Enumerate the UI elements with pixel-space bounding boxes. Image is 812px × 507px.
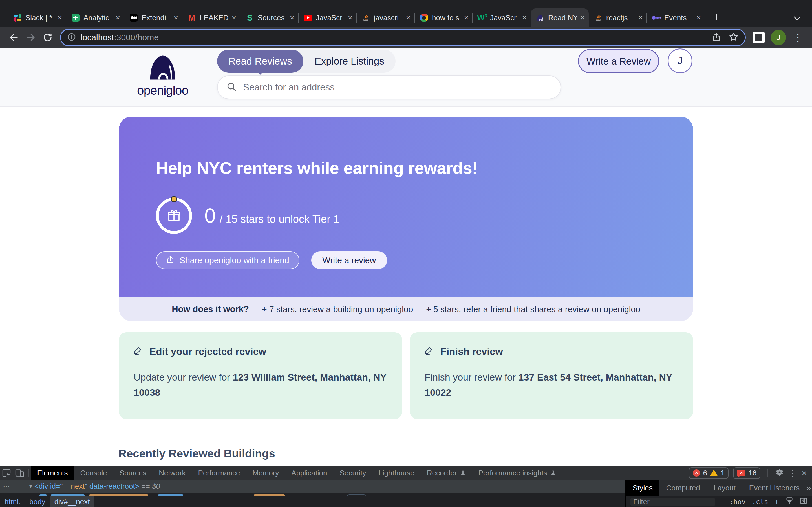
- forward-button[interactable]: [23, 30, 38, 45]
- styles-tab-computed[interactable]: Computed: [659, 480, 707, 496]
- devtools-tab-performance-insights[interactable]: Performance insights: [472, 466, 562, 480]
- bookmark-star-icon[interactable]: [728, 32, 739, 43]
- back-button[interactable]: [6, 30, 21, 45]
- devtools-tab-network[interactable]: Network: [153, 466, 192, 480]
- expand-arrow-icon[interactable]: ▾: [29, 483, 32, 490]
- devtools-tab-lighthouse[interactable]: Lighthouse: [372, 466, 420, 480]
- browser-tab-events[interactable]: Events ×: [647, 8, 705, 27]
- chevron-down-icon[interactable]: [794, 14, 801, 21]
- breadcrumb-body[interactable]: body: [25, 496, 50, 507]
- tab-strip: Slack | * × Analytic × Extendi × M LEAKE…: [0, 0, 812, 27]
- write-a-review-button[interactable]: Write a Review: [578, 49, 659, 73]
- tab-label: Read NY: [548, 13, 577, 22]
- tab-read-reviews[interactable]: Read Reviews: [217, 50, 303, 73]
- tab-label: reactjs: [606, 13, 635, 22]
- styles-tab-layout[interactable]: Layout: [707, 480, 742, 496]
- tab-close-icon[interactable]: ×: [696, 14, 701, 22]
- edit-rejected-review-card[interactable]: Edit your rejected review Update your re…: [119, 332, 402, 419]
- reload-button[interactable]: [40, 30, 55, 45]
- side-panel-icon[interactable]: [753, 32, 765, 43]
- class-toggle[interactable]: .cls: [752, 498, 768, 506]
- dom-selected-row[interactable]: ⋯ ▾<div id="__next" data-reactroot> == $…: [0, 480, 625, 493]
- dom-selector-hint: == $0: [139, 482, 160, 491]
- gift-icon: [166, 208, 182, 223]
- browser-profile-avatar[interactable]: J: [771, 30, 786, 45]
- how-it-works-strip: How does it work? + 7 stars: review a bu…: [119, 297, 693, 321]
- browser-tab-gmail[interactable]: M LEAKED ×: [182, 8, 240, 27]
- share-icon[interactable]: [712, 32, 721, 43]
- how-it-works-rule-1: + 7 stars: review a building on openiglo…: [262, 304, 413, 314]
- dom-breadcrumbs: html. body div#__next: [0, 496, 625, 507]
- browser-tab-medium[interactable]: Extendi ×: [124, 8, 182, 27]
- more-tabs-icon[interactable]: »: [806, 483, 812, 493]
- browser-menu-icon[interactable]: ⋮: [790, 32, 806, 43]
- address-bar[interactable]: localhost:3000/home: [61, 30, 745, 45]
- site-info-icon[interactable]: [67, 33, 76, 43]
- browser-tab-openigloo-active[interactable]: Read NY ×: [530, 8, 589, 27]
- sidebar-panel-icon[interactable]: [800, 497, 808, 507]
- devtools-menu-icon[interactable]: ⋮: [788, 468, 797, 477]
- devtools-tab-security[interactable]: Security: [334, 466, 372, 480]
- browser-tab-analytics[interactable]: Analytic ×: [66, 8, 124, 27]
- new-tab-button[interactable]: +: [708, 9, 725, 25]
- share-button-label: Share openigloo with a friend: [180, 256, 289, 265]
- devtools-tab-elements[interactable]: Elements: [31, 466, 74, 480]
- styles-tab-styles[interactable]: Styles: [626, 480, 659, 496]
- tab-close-icon[interactable]: ×: [406, 14, 410, 22]
- paint-brush-icon[interactable]: [785, 497, 794, 507]
- devtools-tab-console[interactable]: Console: [74, 466, 113, 480]
- browser-tab-sources[interactable]: S Sources ×: [240, 8, 298, 27]
- devtools-close-icon[interactable]: ×: [802, 468, 807, 477]
- events-dots-icon: [652, 13, 661, 22]
- browser-tab-youtube[interactable]: JavaScr ×: [298, 8, 356, 27]
- tab-close-icon[interactable]: ×: [57, 14, 62, 22]
- devtools-settings-gear-icon[interactable]: [774, 468, 783, 478]
- issues-badge[interactable]: × 16: [733, 467, 760, 479]
- address-search-input[interactable]: Search for an address: [217, 75, 561, 99]
- browser-tab-w3schools[interactable]: W3 JavaScr ×: [472, 8, 530, 27]
- stack-overflow-icon: [594, 13, 603, 22]
- inspect-element-icon[interactable]: [0, 466, 13, 480]
- error-icon: ×: [693, 469, 700, 476]
- devtools-tab-recorder[interactable]: Recorder: [421, 466, 472, 480]
- tab-label: Sources: [258, 13, 287, 22]
- tab-close-icon[interactable]: ×: [580, 14, 585, 22]
- tab-close-icon[interactable]: ×: [232, 14, 236, 22]
- pseudo-state-toggle[interactable]: :hov: [729, 498, 746, 506]
- dom-tag-close: >: [135, 482, 139, 491]
- tab-close-icon[interactable]: ×: [522, 14, 527, 22]
- devtools-tab-memory[interactable]: Memory: [246, 466, 285, 480]
- styles-tab-event-listeners[interactable]: Event Listeners: [742, 480, 806, 496]
- share-with-friend-button[interactable]: Share openigloo with a friend: [156, 251, 299, 269]
- device-toolbar-icon[interactable]: [13, 466, 26, 480]
- devtools-tab-sources[interactable]: Sources: [113, 466, 153, 480]
- breadcrumb-div-next[interactable]: div#__next: [50, 496, 94, 507]
- dom-overflow-icon[interactable]: ⋯: [0, 482, 18, 491]
- browser-tab-reactjs[interactable]: reactjs ×: [589, 8, 647, 27]
- breadcrumb-html[interactable]: html.: [0, 496, 25, 507]
- tab-close-icon[interactable]: ×: [464, 14, 469, 22]
- finish-review-card[interactable]: Finish review Finish your review for 137…: [410, 332, 693, 419]
- pen-icon: [134, 346, 143, 357]
- browser-tab-stackoverflow[interactable]: javascri ×: [356, 8, 414, 27]
- console-status-badge[interactable]: × 6 ! 1: [689, 467, 728, 479]
- write-a-review-banner-button[interactable]: Write a review: [311, 251, 388, 269]
- tab-close-icon[interactable]: ×: [116, 14, 120, 22]
- tab-explore-listings[interactable]: Explore Listings: [303, 50, 396, 73]
- tab-close-icon[interactable]: ×: [348, 14, 352, 22]
- tab-close-icon[interactable]: ×: [174, 14, 178, 22]
- openigloo-logo[interactable]: openigloo: [133, 54, 192, 98]
- tab-close-icon[interactable]: ×: [290, 14, 294, 22]
- styles-filter-input[interactable]: Filter: [630, 498, 715, 506]
- rewards-banner-gradient: Help NYC renters while earning rewards! …: [119, 117, 693, 297]
- devtools-tab-performance[interactable]: Performance: [192, 466, 246, 480]
- filter-placeholder: Filter: [633, 497, 650, 506]
- user-avatar[interactable]: J: [668, 48, 693, 73]
- rewards-banner: Help NYC renters while earning rewards! …: [119, 117, 693, 321]
- tab-close-icon[interactable]: ×: [638, 14, 643, 22]
- browser-tab-slack[interactable]: Slack | * ×: [8, 8, 66, 27]
- new-style-rule-button[interactable]: +: [774, 497, 779, 507]
- devtools-tab-application[interactable]: Application: [285, 466, 333, 480]
- gmail-icon: M: [187, 13, 196, 22]
- browser-tab-google[interactable]: how to s ×: [414, 8, 472, 27]
